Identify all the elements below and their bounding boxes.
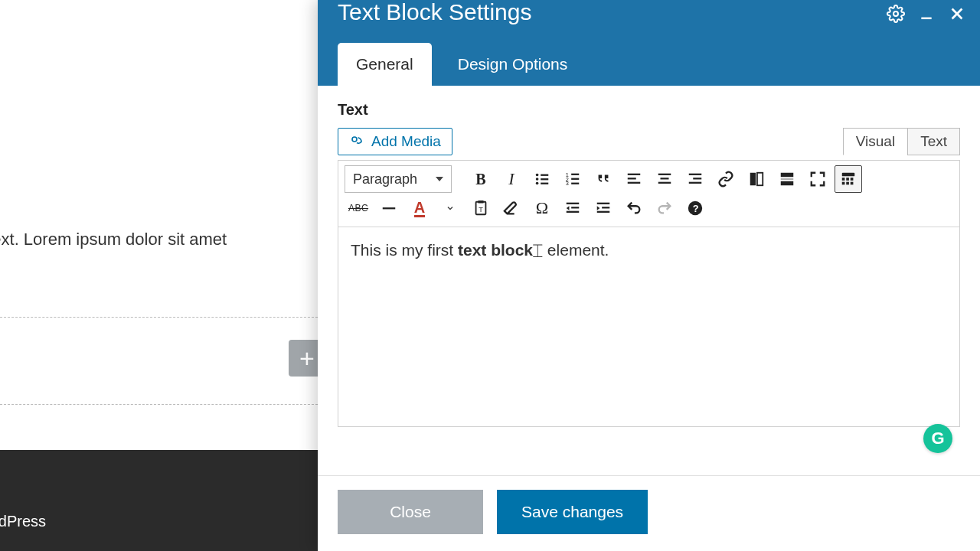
special-character-button[interactable]: Ω bbox=[528, 194, 556, 222]
svg-rect-18 bbox=[628, 178, 636, 179]
clear-formatting-button[interactable] bbox=[498, 194, 525, 222]
svg-rect-34 bbox=[851, 178, 854, 181]
align-left-button[interactable] bbox=[620, 165, 648, 193]
bold-button[interactable]: B bbox=[467, 165, 495, 193]
svg-rect-23 bbox=[689, 174, 702, 175]
svg-point-7 bbox=[536, 178, 539, 181]
page-dark-footer: ordPress bbox=[0, 450, 318, 551]
svg-point-9 bbox=[536, 182, 539, 185]
svg-rect-10 bbox=[541, 183, 548, 184]
svg-rect-25 bbox=[689, 182, 702, 184]
svg-point-5 bbox=[536, 174, 539, 177]
modal-body: Text Add Media Visual Text Paragraph bbox=[318, 86, 980, 475]
content-text-prefix: This is my first bbox=[351, 241, 458, 259]
divider bbox=[0, 317, 318, 318]
svg-text:?: ? bbox=[693, 203, 699, 214]
svg-rect-37 bbox=[851, 182, 854, 185]
svg-rect-38 bbox=[383, 207, 396, 209]
svg-rect-19 bbox=[628, 182, 641, 184]
svg-point-4 bbox=[352, 137, 357, 142]
add-media-label: Add Media bbox=[371, 133, 441, 150]
link-button[interactable] bbox=[712, 165, 740, 193]
add-media-button[interactable]: Add Media bbox=[338, 128, 452, 155]
grammarly-letter: G bbox=[931, 429, 944, 448]
redo-button[interactable] bbox=[651, 194, 678, 222]
toolbar-row-1: Paragraph B I 123 bbox=[345, 165, 953, 193]
wordpress-credit-text: ordPress bbox=[0, 513, 46, 530]
align-center-button[interactable] bbox=[651, 165, 678, 193]
blockquote-button[interactable] bbox=[590, 165, 617, 193]
format-dropdown-label: Paragraph bbox=[353, 171, 417, 187]
svg-rect-43 bbox=[571, 207, 579, 208]
text-cursor-icon: ⌶ bbox=[533, 241, 543, 260]
svg-rect-45 bbox=[597, 203, 610, 204]
paste-as-text-button[interactable]: T bbox=[467, 194, 495, 222]
save-changes-button[interactable]: Save changes bbox=[497, 490, 648, 534]
undo-button[interactable] bbox=[620, 194, 648, 222]
svg-point-0 bbox=[893, 11, 898, 16]
read-more-button[interactable] bbox=[743, 165, 770, 193]
wysiwyg-editor: Paragraph B I 123 bbox=[338, 160, 960, 427]
horizontal-rule-button[interactable] bbox=[375, 194, 403, 222]
content-text-suffix: element. bbox=[543, 241, 609, 259]
text-color-dropdown[interactable] bbox=[436, 194, 464, 222]
help-button[interactable]: ? bbox=[681, 194, 709, 222]
align-right-button[interactable] bbox=[681, 165, 709, 193]
background-lorem-text: nge this text. Lorem ipsum dolor sit ame… bbox=[0, 230, 227, 249]
modal-footer: Close Save changes bbox=[318, 475, 980, 551]
editor-content-area[interactable]: This is my first text block⌶ element. bbox=[338, 227, 959, 426]
svg-rect-42 bbox=[567, 203, 580, 204]
svg-rect-17 bbox=[628, 174, 641, 175]
strikethrough-button[interactable]: ABC bbox=[345, 194, 372, 222]
media-icon bbox=[349, 135, 364, 148]
media-row: Add Media Visual Text bbox=[338, 128, 960, 155]
svg-rect-36 bbox=[846, 182, 849, 185]
grammarly-badge[interactable]: G bbox=[923, 424, 952, 453]
header-controls bbox=[887, 5, 966, 23]
svg-rect-29 bbox=[781, 178, 794, 180]
tab-general[interactable]: General bbox=[338, 43, 432, 86]
text-color-button[interactable]: A bbox=[406, 194, 433, 222]
svg-rect-20 bbox=[658, 174, 671, 175]
outdent-button[interactable] bbox=[559, 194, 586, 222]
svg-text:3: 3 bbox=[566, 180, 569, 187]
svg-rect-6 bbox=[541, 174, 548, 176]
svg-rect-22 bbox=[658, 182, 671, 184]
svg-rect-28 bbox=[781, 173, 794, 178]
svg-rect-16 bbox=[571, 183, 579, 184]
modal-title: Text Block Settings bbox=[338, 0, 960, 26]
indent-button[interactable] bbox=[590, 194, 617, 222]
svg-rect-47 bbox=[597, 211, 610, 213]
numbered-list-button[interactable]: 123 bbox=[559, 165, 586, 193]
editor-view-tabs: Visual Text bbox=[843, 128, 960, 155]
tab-design-options[interactable]: Design Options bbox=[439, 43, 586, 86]
svg-rect-40 bbox=[478, 201, 483, 204]
insert-more-tag-button[interactable] bbox=[773, 165, 801, 193]
svg-rect-33 bbox=[846, 178, 849, 181]
minimize-icon[interactable] bbox=[917, 5, 936, 23]
format-dropdown[interactable]: Paragraph bbox=[345, 165, 452, 193]
svg-rect-26 bbox=[750, 173, 756, 186]
svg-rect-8 bbox=[541, 178, 548, 180]
svg-text:T: T bbox=[479, 206, 483, 214]
modal-header: Text Block Settings General Design Optio… bbox=[318, 0, 980, 86]
close-button[interactable]: Close bbox=[338, 490, 483, 534]
close-icon[interactable] bbox=[948, 5, 966, 23]
svg-rect-12 bbox=[571, 174, 579, 175]
toolbar-row-2: ABC A T Ω bbox=[345, 194, 953, 222]
plus-icon: + bbox=[299, 345, 315, 371]
tab-text[interactable]: Text bbox=[907, 128, 960, 155]
gear-icon[interactable] bbox=[887, 5, 905, 23]
italic-button[interactable]: I bbox=[498, 165, 525, 193]
tab-visual[interactable]: Visual bbox=[843, 128, 907, 155]
svg-rect-32 bbox=[842, 178, 845, 181]
toolbar-toggle-button[interactable] bbox=[835, 165, 862, 193]
bullet-list-button[interactable] bbox=[528, 165, 556, 193]
text-block-settings-modal: Text Block Settings General Design Optio… bbox=[318, 0, 980, 551]
fullscreen-button[interactable] bbox=[804, 165, 831, 193]
editor-toolbar: Paragraph B I 123 bbox=[338, 161, 959, 227]
svg-rect-44 bbox=[567, 211, 580, 213]
svg-rect-30 bbox=[781, 181, 794, 186]
divider bbox=[0, 404, 318, 405]
svg-rect-35 bbox=[842, 182, 845, 185]
